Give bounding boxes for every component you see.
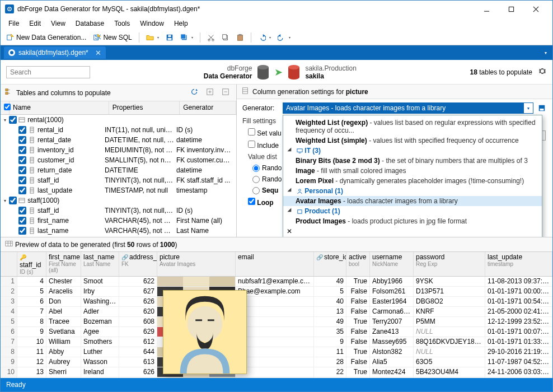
grid-row[interactable]: 710WilliamSmothers6129FalseMassey69588Q1… — [1, 337, 552, 347]
menu-tools[interactable]: Tools — [110, 18, 134, 29]
menu-file[interactable]: File — [4, 18, 24, 29]
collapse-button[interactable] — [219, 87, 232, 99]
cut-button[interactable] — [205, 32, 217, 43]
svg-rect-25 — [6, 89, 8, 91]
col-last-name[interactable]: last_nameLast Name — [81, 252, 119, 276]
dropdown-category[interactable]: ◢ Product (1) — [283, 206, 542, 216]
window-title: dbForge Data Generator for MySQL - sakil… — [17, 5, 474, 13]
panel-title: Column generation settings for picture — [252, 88, 368, 96]
column-row[interactable]: inventory_idMEDIUMINT(8), not null, u...… — [1, 145, 236, 155]
grid-row[interactable]: 14ChesterSmoot622nubfsafr1@example.com49… — [1, 277, 552, 287]
dropdown-item[interactable]: Weighted List (simple) - values list wit… — [283, 136, 542, 146]
menu-window[interactable]: Window — [135, 18, 168, 29]
tabs-dropdown[interactable]: ▾ — [539, 50, 552, 55]
new-sql-button[interactable]: SQL New SQL — [91, 32, 134, 43]
copy-button[interactable] — [219, 32, 232, 43]
grid-row[interactable]: 58TraceeBozeman60849TrueTerry2007P5MM12-… — [1, 317, 552, 327]
menu-database[interactable]: Database — [71, 18, 109, 29]
menu-help[interactable]: Help — [170, 18, 193, 29]
grid-row[interactable]: 69SvetlanaAgee62935FalseZane413NULL01-01… — [1, 327, 552, 337]
table-row[interactable]: ▾staff(1000) — [1, 195, 236, 206]
undo-button[interactable]: ▾ — [256, 32, 273, 43]
dropdown-category[interactable]: ◢ Personal (1) — [283, 186, 542, 196]
dropdown-caret-icon[interactable]: ▾ — [523, 102, 533, 114]
save-all-button[interactable]: ▾ — [178, 32, 195, 43]
close-button[interactable] — [523, 1, 548, 17]
document-tab[interactable]: sakila(dbfmylast).dgen* ✕ — [4, 46, 106, 59]
col-first-name[interactable]: first_nameFirst Name (all) — [46, 252, 81, 276]
column-row[interactable]: last_updateTIMESTAMP, not nulltimestamp — [1, 185, 236, 195]
svg-rect-13 — [168, 35, 171, 37]
svg-rect-26 — [6, 92, 8, 95]
col-active[interactable]: activebool — [346, 252, 370, 276]
col-password[interactable]: passwordReg Exp — [414, 252, 485, 276]
summary-bar: dbForgeData Generator ➤ sakila.Productio… — [1, 60, 552, 85]
svg-rect-37 — [30, 127, 34, 133]
col-name-header[interactable]: Name — [10, 101, 109, 114]
column-row[interactable]: rental_idINT(11), not null, uniqueID (s) — [1, 125, 236, 135]
svg-marker-29 — [196, 89, 198, 91]
col-username[interactable]: usernameNickName — [370, 252, 414, 276]
grid-row[interactable]: 36DonWashington62640FalseEaster1964DBG8O… — [1, 297, 552, 307]
maximize-button[interactable] — [499, 1, 523, 17]
settings-gear-icon[interactable] — [538, 67, 547, 77]
svg-rect-12 — [167, 38, 171, 40]
menu-view[interactable]: View — [46, 18, 70, 29]
col-gen-header[interactable]: Generator — [180, 101, 236, 114]
column-row[interactable]: staff_idTINYINT(3), not null, uniq...ID … — [1, 206, 236, 216]
svg-rect-40 — [30, 137, 34, 143]
save-button[interactable] — [163, 32, 176, 43]
column-row[interactable]: rental_dateDATETIME, not null, uniquedat… — [1, 135, 236, 145]
svg-rect-86 — [298, 210, 302, 213]
dropdown-item[interactable]: Product Images - loads product pictures … — [283, 216, 542, 226]
dropdown-category[interactable]: ◢ IT (3) — [283, 146, 542, 156]
target-db-icon — [288, 65, 299, 80]
generator-dropdown[interactable]: Avatar Images - loads character images f… — [283, 102, 533, 114]
redo-button[interactable]: ▾ — [275, 32, 293, 43]
dropdown-item[interactable]: Binary Bits (base 2 mod 3) - the set of … — [283, 156, 542, 166]
grid-row[interactable]: 912AubreyWasson61328FalseAlia563O511-07-… — [1, 357, 552, 367]
col-staff-id[interactable]: 🔑staff_idID (s) — [17, 252, 46, 276]
panel-title: Tables and columns to populate — [16, 89, 111, 97]
column-row[interactable]: last_nameVARCHAR(45), not nullLast Name — [1, 226, 236, 236]
dropdown-item[interactable]: Lorem Pixel - dynamically generates plac… — [283, 176, 542, 186]
open-button[interactable]: ▾ — [144, 32, 161, 43]
menu-edit[interactable]: Edit — [25, 18, 45, 29]
save-generator-button[interactable] — [537, 104, 547, 112]
column-row[interactable]: first_nameVARCHAR(45), not nullFirst Nam… — [1, 216, 236, 226]
new-data-generation-button[interactable]: New Data Generation... — [4, 32, 88, 43]
grid-row[interactable]: 811AbbyLuther64411TrueAlston382NULL29-10… — [1, 347, 552, 357]
grid-row[interactable]: 47AbelAdler62013FalseCarmona618KNRF21-05… — [1, 307, 552, 317]
col-email[interactable]: email — [236, 252, 314, 276]
search-input[interactable] — [6, 66, 90, 78]
table-row[interactable]: ▾rental(1000) — [1, 115, 236, 125]
grid-row[interactable]: 25AracelisIrby627Bhae@example.com5FalseF… — [1, 287, 552, 297]
column-row[interactable]: staff_idTINYINT(3), not null, unsi...FK … — [1, 175, 236, 185]
col-picture[interactable]: pictureAvatar Images — [157, 252, 236, 276]
separator — [200, 32, 200, 43]
tab-close-button[interactable]: ✕ — [95, 49, 101, 57]
column-row[interactable]: customer_idSMALLINT(5), not null, un...F… — [1, 155, 236, 165]
col-props-header[interactable]: Properties — [109, 101, 180, 114]
dropdown-item[interactable]: Image - fill with small colored images — [283, 166, 542, 176]
generator-dropdown-list[interactable]: Weighted List (regexp) - values list bas… — [283, 115, 542, 237]
btn-label: New SQL — [103, 34, 132, 41]
dropdown-item[interactable]: Avatar Images - loads character images f… — [283, 196, 542, 206]
dropdown-close-button[interactable]: ✕ — [283, 226, 542, 236]
refresh-button[interactable] — [188, 87, 200, 99]
col-store-id[interactable]: 🔗store_id — [314, 252, 346, 276]
col-last-update[interactable]: last_updatetimestamp — [485, 252, 552, 276]
col-address-id[interactable]: 🔗address_idFK — [119, 252, 157, 276]
expand-button[interactable] — [204, 87, 216, 99]
document-tabs: sakila(dbfmylast).dgen* ✕ ▾ — [1, 45, 552, 60]
dropdown-item[interactable]: Weighted List (regexp) - values list bas… — [283, 118, 542, 136]
paste-button[interactable] — [234, 32, 246, 43]
column-icon — [241, 87, 249, 96]
grid-row[interactable]: 1013SherriIreland62622TrueMontez4245B423… — [1, 367, 552, 377]
minimize-button[interactable] — [474, 1, 499, 17]
svg-rect-83 — [297, 149, 302, 152]
grid-row[interactable]: 1114AurelioBrackett60724FalseAshby200257… — [1, 377, 552, 378]
main-toolbar: New Data Generation... SQL New SQL ▾ ▾ ▾… — [1, 30, 552, 45]
tree-icon — [5, 88, 13, 97]
column-row[interactable]: return_dateDATETIMEdatetime — [1, 165, 236, 175]
